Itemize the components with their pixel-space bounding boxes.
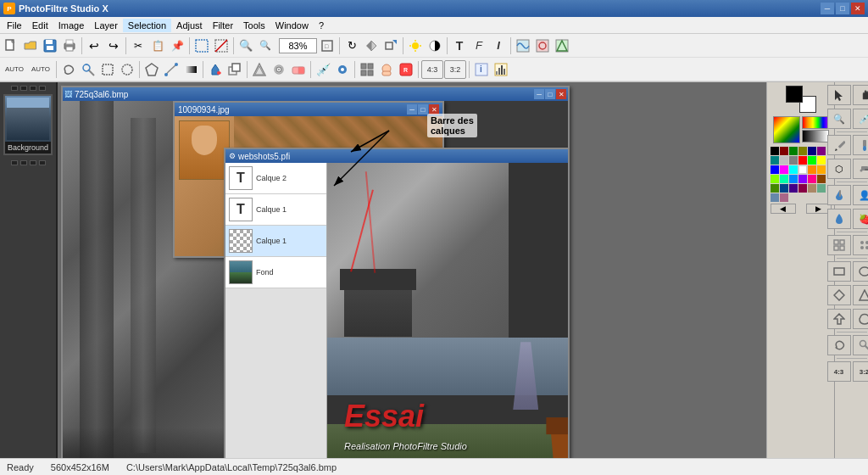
tb-paste[interactable]: 📌 <box>168 36 186 55</box>
menu-edit[interactable]: Edit <box>27 19 53 32</box>
tb-fill[interactable] <box>206 60 225 79</box>
rt-rounded-rect[interactable] <box>853 309 869 329</box>
color-green[interactable] <box>789 147 798 155</box>
tb-brightness[interactable] <box>406 36 425 55</box>
rt-pencil[interactable] <box>827 135 851 155</box>
color-navy[interactable] <box>808 147 816 155</box>
color-darkolive[interactable] <box>771 184 779 193</box>
color-black[interactable] <box>771 147 779 155</box>
tb-rotate[interactable]: ↻ <box>342 36 361 55</box>
layer-item-calque2[interactable]: T Calque 2 <box>225 163 326 194</box>
tb-filter1[interactable] <box>514 36 532 55</box>
tb-print[interactable] <box>60 36 79 55</box>
foreground-color-swatch[interactable] <box>786 86 803 103</box>
menu-selection[interactable]: Selection <box>123 19 171 32</box>
color-amber[interactable] <box>817 165 826 174</box>
tb-zoom-in[interactable]: 🔍 <box>236 36 255 55</box>
tb-redo[interactable]: ↪ <box>104 36 123 55</box>
tb-zoom-fit[interactable]: □ <box>318 36 337 55</box>
color-white[interactable] <box>798 165 807 174</box>
menu-tools[interactable]: Tools <box>238 19 270 32</box>
tb-histogram[interactable] <box>492 60 510 79</box>
menu-layer[interactable]: Layer <box>89 19 123 32</box>
tb-aspect1[interactable]: 4:3 <box>421 60 443 79</box>
tb-polygon[interactable] <box>142 60 161 79</box>
tb-undo[interactable]: ↩ <box>85 36 103 55</box>
color-silver[interactable] <box>780 156 788 165</box>
color-lime2[interactable] <box>771 175 779 183</box>
color-brown[interactable] <box>817 175 826 183</box>
color-purple[interactable] <box>817 147 826 155</box>
layer-item-calque1a[interactable]: T Calque 1 <box>225 194 326 226</box>
color-lime[interactable] <box>808 156 816 165</box>
zoom-input[interactable]: 83% <box>279 38 317 53</box>
rt-airbrush[interactable] <box>853 159 869 179</box>
rt-eraser[interactable]: ⬡ <box>827 159 851 179</box>
layer-item-calque1b[interactable]: Calque 1 <box>225 226 326 257</box>
tb-italic[interactable]: I <box>489 36 508 55</box>
window-main-close[interactable]: ✕ <box>556 89 566 99</box>
rt-zoom[interactable]: 🔍 <box>827 109 851 129</box>
menu-adjust[interactable]: Adjust <box>171 19 208 32</box>
rt-magic-wand2[interactable] <box>853 335 869 355</box>
rt-diamond-shape[interactable] <box>827 285 851 305</box>
tb-lasso[interactable] <box>59 60 78 79</box>
tb-magic-wand[interactable] <box>79 60 97 79</box>
menu-filter[interactable]: Filter <box>208 19 238 32</box>
rt-lasso-tool[interactable] <box>827 335 851 355</box>
color-fuchsia[interactable] <box>780 165 788 174</box>
tb-grid[interactable] <box>358 60 376 79</box>
color-maroon[interactable] <box>780 147 788 155</box>
tb-aspect2[interactable]: 3:2 <box>444 60 466 79</box>
color-azure[interactable] <box>789 175 798 183</box>
tb-text[interactable]: T <box>450 36 469 55</box>
color-slate[interactable] <box>771 193 779 202</box>
tb-mask[interactable] <box>377 60 396 79</box>
rt-strawberry[interactable]: 🍓 <box>853 209 869 229</box>
tb-ellipse-select[interactable] <box>118 60 136 79</box>
color-mauve[interactable] <box>780 193 788 202</box>
tb-select-none[interactable] <box>212 36 231 55</box>
window-jpg-restore[interactable]: □ <box>418 104 428 115</box>
color-darkblue[interactable] <box>780 184 788 193</box>
rt-fill-bucket[interactable] <box>827 185 851 205</box>
menu-help[interactable]: ? <box>314 19 329 32</box>
color-red[interactable] <box>798 156 807 165</box>
tb-clone[interactable] <box>225 60 244 79</box>
rt-brush[interactable] <box>853 135 869 155</box>
rt-grid2[interactable] <box>827 235 851 255</box>
rt-triangle-shape[interactable] <box>853 285 869 305</box>
tb-open[interactable] <box>21 36 40 55</box>
tb-contrast[interactable] <box>426 36 444 55</box>
window-main-maximize[interactable]: □ <box>545 89 555 99</box>
color-sage[interactable] <box>817 184 826 193</box>
tb-cut[interactable]: ✂ <box>129 36 147 55</box>
tb-redchannel[interactable]: R <box>397 60 415 79</box>
app-maximize-button[interactable]: □ <box>836 3 849 14</box>
tb-gradient[interactable] <box>181 60 200 79</box>
menu-file[interactable]: File <box>2 19 27 32</box>
film-frame-background[interactable]: Background <box>3 94 53 155</box>
color-olive[interactable] <box>798 147 807 155</box>
menu-window[interactable]: Window <box>270 19 314 32</box>
tb-info[interactable]: i <box>472 60 491 79</box>
rt-drop[interactable] <box>827 209 851 229</box>
color-indigo[interactable] <box>789 184 798 193</box>
color-teal[interactable] <box>771 156 779 165</box>
hue-bar[interactable] <box>802 116 829 129</box>
rt-ellipse-shape[interactable] <box>853 261 869 282</box>
color-picker-main[interactable] <box>773 116 800 143</box>
rt-face[interactable]: 👤 <box>853 185 869 205</box>
tb-blur[interactable] <box>270 60 288 79</box>
color-gray[interactable] <box>789 156 798 165</box>
tb-rect-select[interactable] <box>98 60 117 79</box>
tb-filter2[interactable] <box>533 36 552 55</box>
menu-image[interactable]: Image <box>53 19 90 32</box>
layer-item-fond[interactable]: Fond <box>225 257 326 288</box>
palette-prev[interactable]: ◀ <box>771 204 796 214</box>
window-jpg-minimize[interactable]: ─ <box>407 104 417 115</box>
rt-rect-shape[interactable] <box>827 261 851 282</box>
tb-filter3[interactable] <box>553 36 571 55</box>
tb-zoom-out[interactable]: 🔍 <box>256 36 275 55</box>
tb-dropper[interactable]: 💉 <box>314 60 332 79</box>
